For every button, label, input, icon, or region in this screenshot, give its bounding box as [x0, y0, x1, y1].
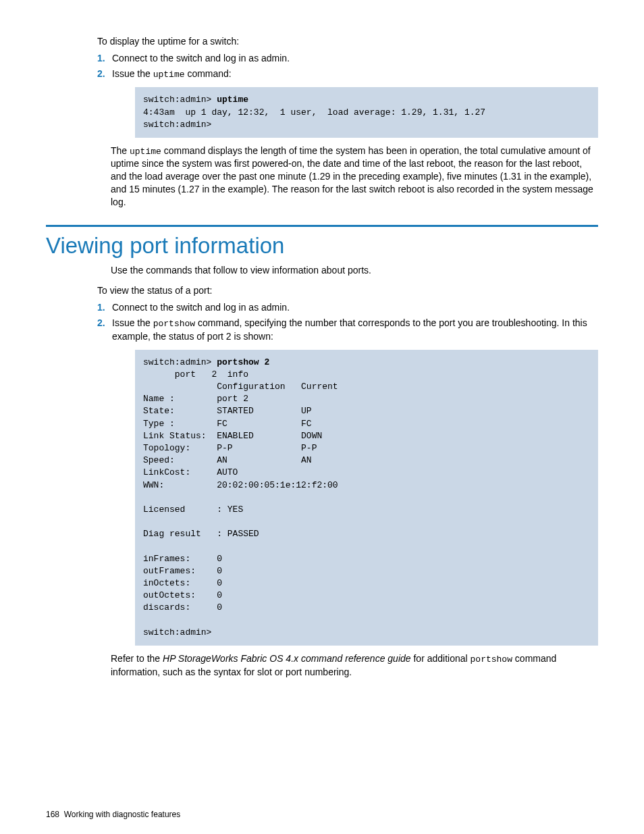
inline-code-uptime: uptime	[153, 70, 185, 80]
step-number: 1.	[97, 52, 112, 65]
step-text: Connect to the switch and log in as admi…	[112, 52, 598, 65]
port-intro: To view the status of a port:	[97, 284, 598, 297]
step-1: 1. Connect to the switch and log in as a…	[97, 301, 598, 314]
inline-code-portshow: portshow	[153, 319, 195, 329]
port-steps: 1. Connect to the switch and log in as a…	[97, 301, 598, 342]
step-2: 2. Issue the uptime command:	[97, 68, 598, 81]
step-number: 2.	[97, 68, 112, 81]
uptime-steps: 1. Connect to the switch and log in as a…	[97, 52, 598, 80]
step-text: Connect to the switch and log in as admi…	[112, 301, 598, 314]
step-text: Issue the uptime command:	[112, 68, 598, 81]
portshow-footnote: Refer to the HP StorageWorks Fabric OS 4…	[111, 652, 598, 678]
inline-code-uptime: uptime	[130, 147, 161, 157]
code-output: 4:43am up 1 day, 12:32, 1 user, load ave…	[143, 107, 485, 130]
step-text: Issue the portshow command, specifying t…	[112, 317, 598, 342]
footnote-mid: for additional	[411, 653, 471, 664]
explain-pre: The	[111, 145, 130, 156]
step-number: 1.	[97, 301, 112, 314]
code-command: portshow 2	[217, 357, 269, 367]
code-prompt: switch:admin>	[143, 357, 217, 367]
uptime-code-block: switch:admin> uptime 4:43am up 1 day, 12…	[135, 87, 598, 138]
step-text-pre: Issue the	[112, 317, 153, 328]
code-output: port 2 info Configuration Current Name :…	[143, 369, 338, 637]
step-number: 2.	[97, 317, 112, 342]
explain-post: command displays the length of time the …	[111, 145, 593, 207]
step-text-post: command:	[185, 68, 232, 79]
uptime-explanation: The uptime command displays the length o…	[111, 145, 598, 209]
portshow-code-block: switch:admin> portshow 2 port 2 info Con…	[135, 350, 598, 646]
port-lead: Use the commands that follow to view inf…	[111, 264, 598, 277]
section-divider	[46, 225, 598, 227]
footnote-pre: Refer to the	[111, 653, 163, 664]
step-1: 1. Connect to the switch and log in as a…	[97, 52, 598, 65]
inline-code-portshow: portshow	[471, 654, 512, 664]
code-prompt: switch:admin>	[143, 95, 217, 105]
section-heading-viewing-port: Viewing port information	[46, 231, 598, 261]
step-text-pre: Issue the	[112, 68, 153, 79]
code-command: uptime	[217, 95, 248, 105]
step-2: 2. Issue the portshow command, specifyin…	[97, 317, 598, 342]
uptime-intro: To display the uptime for a switch:	[97, 35, 598, 48]
footnote-italic: HP StorageWorks Fabric OS 4.x command re…	[163, 653, 411, 664]
